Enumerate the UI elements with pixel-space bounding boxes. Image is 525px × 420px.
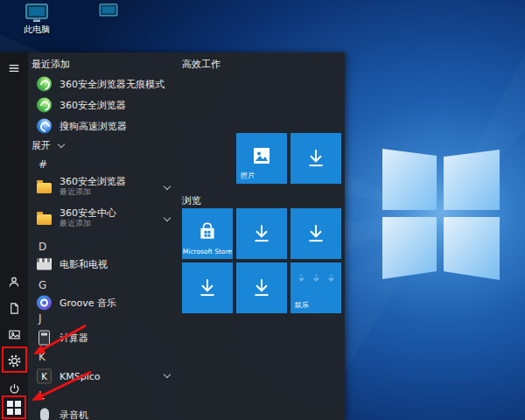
- power-icon: [8, 382, 21, 396]
- app-item-360-browser[interactable]: 360安全浏览器: [28, 94, 182, 116]
- voice-recorder-icon: [40, 409, 49, 420]
- download-arrow-icon: [250, 276, 273, 299]
- letter-header-g[interactable]: G: [38, 276, 60, 294]
- letter-header-l[interactable]: L: [38, 387, 60, 404]
- kmspico-icon: K: [37, 369, 52, 384]
- tile-downloading-1[interactable]: [290, 133, 341, 184]
- windows-start-icon: [7, 401, 21, 415]
- tile-downloading-4[interactable]: [182, 262, 233, 313]
- tile-downloading-2[interactable]: [236, 208, 287, 259]
- start-button[interactable]: [0, 396, 28, 420]
- app-item-voice-recorder[interactable]: 录音机: [28, 404, 182, 420]
- recent-added-header: 最近添加: [32, 58, 70, 71]
- documents-icon: [8, 302, 21, 315]
- calculator-icon: [38, 331, 50, 346]
- download-arrow-icon: [304, 222, 327, 245]
- pending-download-arrows-icon: [290, 274, 341, 285]
- tile-area: 高效工作 照片 浏览: [182, 52, 345, 420]
- app-folder-360-center[interactable]: 360安全中心 最近添加: [28, 205, 182, 234]
- download-arrow-icon: [250, 222, 273, 245]
- tile-group-title-browse[interactable]: 浏览: [182, 194, 201, 207]
- user-icon: [7, 275, 21, 289]
- pictures-icon: [8, 328, 21, 341]
- user-account-button[interactable]: [0, 268, 28, 296]
- pictures-button[interactable]: [0, 320, 28, 348]
- app-item-sogou-browser[interactable]: 搜狗高速浏览器: [28, 116, 182, 136]
- chevron-down-icon: [164, 371, 171, 378]
- letter-header-k[interactable]: K: [38, 348, 60, 366]
- app-folder-360-browser[interactable]: 360安全浏览器 最近添加: [28, 173, 182, 203]
- tile-downloading-5[interactable]: [236, 262, 287, 313]
- chevron-down-icon: [164, 183, 171, 190]
- desktop-icon-this-pc[interactable]: 此电脑: [16, 4, 58, 34]
- documents-button[interactable]: [0, 294, 28, 322]
- desktop-icon-2[interactable]: [88, 4, 130, 19]
- movies-tv-icon: [37, 259, 52, 270]
- tile-photos[interactable]: 照片: [236, 133, 287, 184]
- monitor-icon: [98, 4, 119, 19]
- photos-icon: [251, 145, 272, 166]
- sogou-browser-icon: [37, 119, 52, 134]
- tile-entertainment-folder[interactable]: 娱乐: [290, 262, 341, 313]
- 360-browser-icon: [37, 98, 52, 113]
- chevron-down-icon: [164, 214, 171, 221]
- app-item-movies-tv[interactable]: 电影和电视: [28, 254, 182, 275]
- 360-browser-incognito-icon: [37, 77, 52, 92]
- app-list: 最近添加 360安全浏览器无痕模式 360安全浏览器 搜狗高速浏览器 展开 #: [28, 52, 182, 420]
- tile-group-title-productivity[interactable]: 高效工作: [182, 58, 220, 71]
- expand-recent-button[interactable]: 展开: [32, 138, 64, 152]
- folder-icon: [37, 214, 52, 225]
- letter-header-hash[interactable]: #: [38, 156, 60, 173]
- chevron-down-icon: [58, 140, 65, 147]
- letter-header-d[interactable]: D: [38, 238, 60, 256]
- app-item-kmspico[interactable]: K KMSpico: [28, 366, 182, 387]
- start-menu: 最近添加 360安全浏览器无痕模式 360安全浏览器 搜狗高速浏览器 展开 #: [0, 52, 345, 420]
- hamburger-icon: [7, 61, 21, 75]
- letter-header-j[interactable]: J: [38, 310, 60, 327]
- desktop: 此电脑: [0, 0, 525, 420]
- download-arrow-icon: [304, 147, 327, 170]
- download-arrow-icon: [196, 276, 219, 299]
- desktop-icon-label: 此电脑: [16, 24, 58, 34]
- tile-microsoft-store[interactable]: Microsoft Store: [182, 208, 233, 259]
- microsoft-store-icon: [196, 220, 219, 242]
- tile-downloading-3[interactable]: [290, 208, 341, 259]
- app-item-calculator[interactable]: 计算器: [28, 327, 182, 348]
- folder-icon: [37, 183, 52, 193]
- app-item-360-incognito[interactable]: 360安全浏览器无痕模式: [28, 74, 182, 94]
- expand-menu-button[interactable]: [0, 54, 28, 82]
- computer-icon: [25, 4, 48, 23]
- settings-gear-icon: [7, 354, 22, 368]
- start-menu-rail: [0, 52, 28, 420]
- settings-button[interactable]: [0, 346, 28, 374]
- groove-music-icon: [37, 296, 52, 311]
